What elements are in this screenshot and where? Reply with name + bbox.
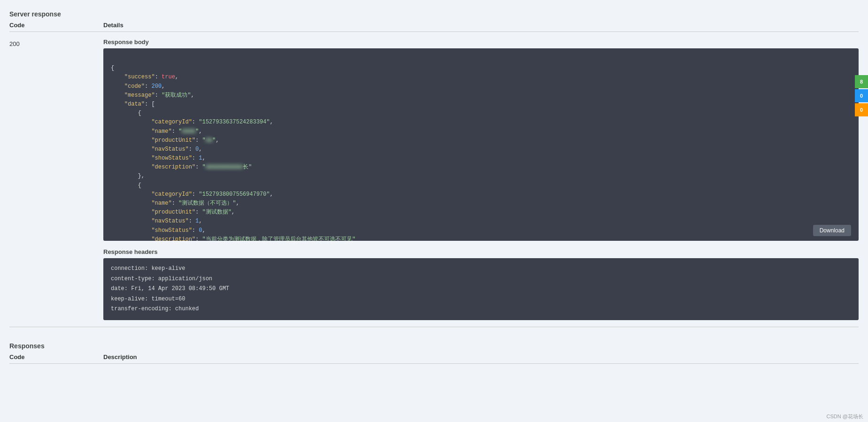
- response-headers-block: connection: keep-alive content-type: app…: [103, 258, 859, 320]
- blurred-name-1: ■■■■: [182, 127, 195, 136]
- blurred-unit-1: ■■: [206, 136, 212, 145]
- response-row-200: 200 Response body { "success": true, "co…: [9, 34, 859, 325]
- val-name-1: "■■■■": [178, 128, 199, 135]
- val-nav-status-1: 0: [195, 146, 199, 153]
- val-category-id-1: "1527933637524283394": [199, 119, 270, 125]
- key-product-unit-2: "productUnit": [151, 209, 195, 215]
- key-product-unit-1: "productUnit": [151, 137, 195, 144]
- key-message: "message": [124, 92, 155, 99]
- key-show-status-1: "showStatus": [151, 155, 192, 161]
- blurred-desc-1: ■■■■■■■■■■■: [206, 163, 243, 172]
- val-code: 200: [151, 83, 162, 90]
- key-category-id-2: "categoryId": [151, 191, 192, 198]
- response-headers-title: Response headers: [103, 248, 859, 255]
- key-description-1: "description": [151, 164, 195, 170]
- key-data: "data": [124, 101, 145, 107]
- key-name-1: "name": [151, 128, 171, 135]
- details-cell: Response body { "success": true, "code":…: [103, 38, 859, 320]
- header-code: Code: [9, 22, 103, 29]
- badge-blue[interactable]: 0: [855, 89, 868, 102]
- header-details: Details: [103, 22, 859, 29]
- key-category-id-1: "categoryId": [151, 119, 192, 125]
- key-nav-status-1: "navStatus": [151, 146, 188, 153]
- badge-green-label: 8: [860, 79, 863, 84]
- key-nav-status-2: "navStatus": [151, 218, 188, 224]
- key-success: "success": [124, 74, 155, 80]
- badge-blue-label: 0: [860, 93, 863, 99]
- val-success: true: [162, 74, 175, 80]
- right-sidebar: 8 0 0: [855, 75, 868, 116]
- val-name-2: "测试数据（不可选）": [178, 200, 236, 207]
- responses-col-description: Description: [103, 353, 859, 361]
- responses-col-code: Code: [9, 353, 103, 361]
- val-description-2: "当前分类为测试数据，除了管理员后台其他皆不可选不可见": [202, 236, 355, 241]
- server-response-title: Server response: [9, 5, 859, 22]
- responses-table-header: Code Description: [9, 353, 859, 364]
- badge-orange-label: 0: [860, 107, 863, 113]
- val-message: "获取成功": [162, 92, 191, 99]
- page-container: Server response Code Details 200 Respons…: [0, 0, 868, 422]
- response-body-code[interactable]: { "success": true, "code": 200, "message…: [103, 48, 859, 241]
- header-date: date: Fri, 14 Apr 2023 08:49:50 GMT: [111, 284, 851, 294]
- key-name-2: "name": [151, 200, 171, 207]
- val-product-unit-1: "■■": [202, 137, 216, 144]
- response-body-wrapper: { "success": true, "code": 200, "message…: [103, 48, 859, 241]
- footer-text: CSDN @花场长: [827, 413, 863, 420]
- response-body-title: Response body: [103, 38, 859, 46]
- key-show-status-2: "showStatus": [151, 227, 192, 234]
- responses-section: Responses Code Description: [9, 337, 859, 364]
- badge-orange[interactable]: 0: [855, 103, 868, 116]
- val-nav-status-2: 1: [195, 218, 199, 224]
- json-open: {: [111, 65, 114, 71]
- download-button[interactable]: Download: [813, 225, 851, 236]
- key-description-2: "description": [151, 236, 195, 241]
- main-content: Server response Code Details 200 Respons…: [0, 0, 868, 373]
- key-code: "code": [124, 83, 145, 90]
- val-show-status-2: 0: [199, 227, 202, 234]
- header-keep-alive: keep-alive: timeout=60: [111, 294, 851, 305]
- header-content-type: content-type: application/json: [111, 274, 851, 284]
- server-response-header: Code Details: [9, 22, 859, 32]
- header-connection: connection: keep-alive: [111, 264, 851, 274]
- badge-green[interactable]: 8: [855, 75, 868, 88]
- response-code-200: 200: [9, 38, 103, 320]
- header-transfer-encoding: transfer-encoding: chunked: [111, 304, 851, 315]
- val-product-unit-2: "测试数据": [202, 209, 231, 215]
- responses-title: Responses: [9, 337, 859, 353]
- val-category-id-2: "1527938007556947970": [199, 191, 270, 198]
- val-show-status-1: 1: [199, 155, 202, 161]
- divider: [9, 327, 859, 327]
- val-description-1: "■■■■■■■■■■■长": [202, 164, 252, 170]
